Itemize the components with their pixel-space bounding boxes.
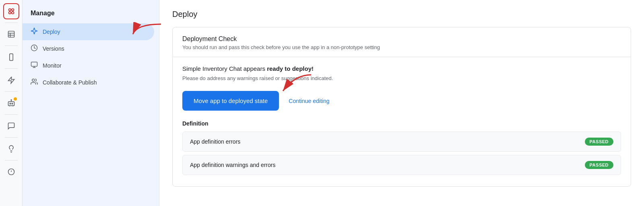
svg-rect-4 bbox=[8, 31, 14, 37]
continue-editing-button[interactable]: Continue editing bbox=[289, 95, 329, 107]
nav-item-versions-label: Versions bbox=[43, 45, 64, 52]
divider bbox=[5, 45, 18, 46]
action-row: Move app to deployed state Continue edit… bbox=[182, 91, 621, 111]
chat-icon-item[interactable] bbox=[3, 118, 19, 134]
nav-item-versions[interactable]: Versions bbox=[23, 40, 154, 57]
deployment-check-title: Deployment Check bbox=[182, 35, 621, 43]
main-content: Deploy Deployment Check You should run a… bbox=[159, 0, 644, 206]
robot-icon-item[interactable] bbox=[3, 95, 19, 111]
definition-title: Definition bbox=[182, 120, 621, 127]
table-icon-item[interactable] bbox=[3, 26, 19, 42]
definition-row-errors: App definition errors PASSED bbox=[182, 132, 621, 152]
nav-sidebar-title: Manage bbox=[23, 6, 159, 23]
nav-item-monitor[interactable]: Monitor bbox=[23, 57, 154, 74]
svg-rect-8 bbox=[9, 54, 12, 61]
svg-rect-24 bbox=[31, 62, 37, 66]
svg-point-27 bbox=[32, 79, 35, 81]
nav-item-monitor-label: Monitor bbox=[43, 62, 62, 69]
svg-point-11 bbox=[10, 103, 11, 104]
more-icon-item[interactable] bbox=[3, 164, 19, 180]
definition-row-warnings: App definition warnings and errors PASSE… bbox=[182, 155, 621, 175]
definition-row-errors-badge: PASSED bbox=[585, 138, 613, 146]
deploy-card-header: Deployment Check You should run and pass… bbox=[173, 27, 631, 57]
definition-row-warnings-label: App definition warnings and errors bbox=[190, 162, 275, 168]
divider bbox=[5, 160, 18, 161]
definition-row-warnings-badge: PASSED bbox=[585, 161, 613, 169]
nav-item-collaborate[interactable]: Collaborate & Publish bbox=[23, 74, 154, 91]
divider bbox=[5, 23, 18, 23]
deployment-check-subtitle: You should run and pass this check befor… bbox=[182, 44, 621, 50]
versions-icon bbox=[31, 44, 38, 53]
deploy-card-body: Simple Inventory Chat appears ready to d… bbox=[173, 57, 631, 186]
nav-item-deploy[interactable]: Deploy bbox=[23, 23, 154, 40]
ready-text: Simple Inventory Chat appears ready to d… bbox=[182, 65, 621, 72]
deploy-icon bbox=[31, 27, 38, 36]
definition-row-errors-label: App definition errors bbox=[190, 138, 240, 145]
deploy-card: Deployment Check You should run and pass… bbox=[172, 27, 631, 187]
phone-icon-item[interactable] bbox=[3, 49, 19, 65]
svg-rect-10 bbox=[8, 102, 14, 106]
nav-item-deploy-label: Deploy bbox=[43, 29, 60, 35]
svg-point-12 bbox=[12, 103, 13, 104]
definition-section: Definition App definition errors PASSED … bbox=[182, 120, 621, 175]
nav-sidebar: Manage Deploy Versions bbox=[23, 0, 159, 206]
action-area: Move app to deployed state Continue edit… bbox=[182, 91, 621, 111]
page-title: Deploy bbox=[172, 10, 631, 19]
divider bbox=[5, 137, 18, 138]
collaborate-icon bbox=[31, 78, 38, 87]
nav-item-collaborate-label: Collaborate & Publish bbox=[43, 79, 97, 86]
divider bbox=[5, 68, 18, 69]
icon-sidebar bbox=[0, 0, 23, 206]
deploy-button[interactable]: Move app to deployed state bbox=[182, 91, 279, 111]
warning-text: Please do address any warnings raised or… bbox=[182, 75, 621, 81]
lightbulb-icon-item[interactable] bbox=[3, 141, 19, 157]
svg-point-1 bbox=[11, 9, 13, 11]
ready-text-plain: Simple Inventory Chat appears bbox=[182, 65, 267, 72]
lightning-icon-item[interactable] bbox=[3, 72, 19, 88]
ready-text-bold: ready to deploy! bbox=[267, 65, 314, 72]
divider bbox=[5, 114, 18, 115]
manage-icon-item[interactable] bbox=[3, 3, 19, 19]
svg-point-3 bbox=[11, 12, 13, 14]
monitor-icon bbox=[31, 61, 38, 70]
divider bbox=[5, 91, 18, 92]
svg-point-2 bbox=[8, 12, 10, 14]
robot-badge bbox=[14, 97, 17, 101]
svg-point-14 bbox=[11, 100, 12, 101]
svg-point-0 bbox=[8, 9, 10, 11]
